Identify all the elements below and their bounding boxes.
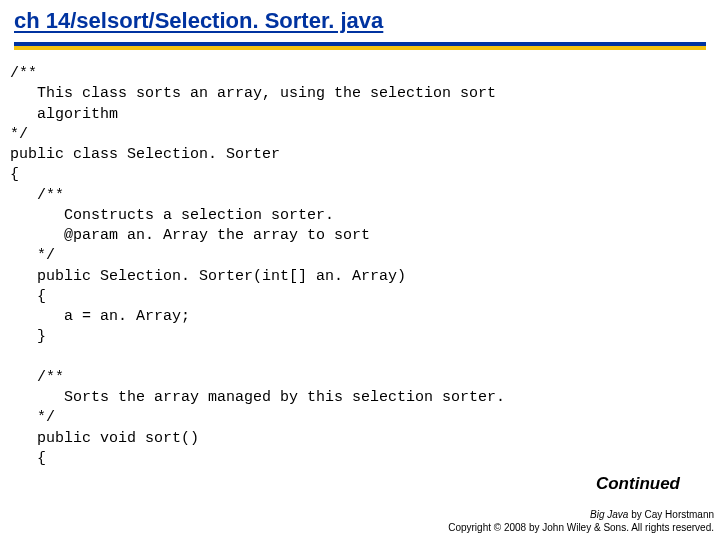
page-title: ch 14/selsort/Selection. Sorter. java — [14, 8, 706, 40]
code-listing: /** This class sorts an array, using the… — [0, 50, 720, 469]
book-title: Big Java — [590, 509, 628, 520]
continued-indicator: Continued — [596, 474, 680, 494]
footer-copyright: Copyright © 2008 by John Wiley & Sons. A… — [448, 522, 714, 535]
author-name: Cay Horstmann — [645, 509, 714, 520]
by-text: by — [628, 509, 644, 520]
footer-line-1: Big Java by Cay Horstmann — [448, 509, 714, 522]
footer: Big Java by Cay Horstmann Copyright © 20… — [448, 509, 714, 534]
